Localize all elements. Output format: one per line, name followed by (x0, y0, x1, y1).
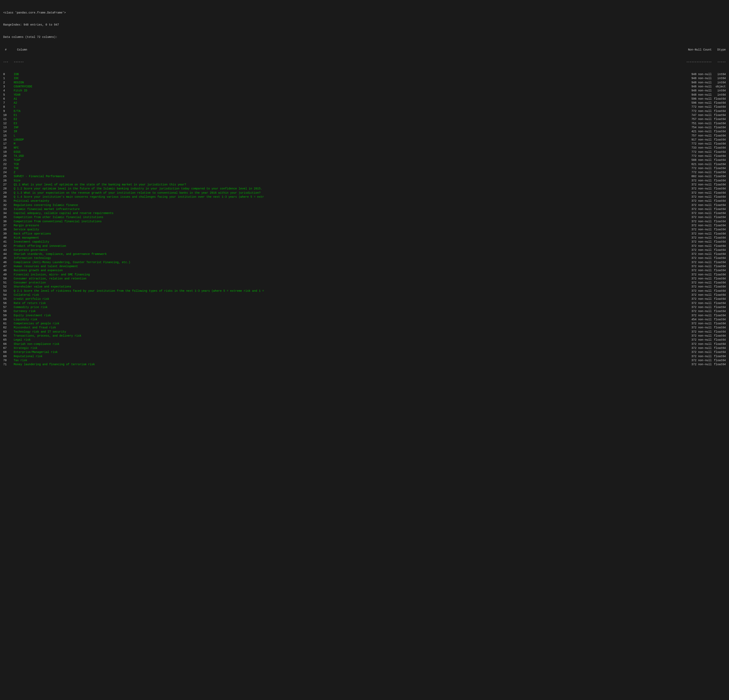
non-null-count: 372 non-null (671, 256, 712, 260)
row-number: 51 (3, 281, 14, 285)
row-number: 24 (3, 170, 14, 174)
dtype-value: object (712, 84, 726, 89)
non-null-count: 372 non-null (671, 325, 712, 330)
table-row: 3COUNTRYCODE948 non-nullobject (3, 84, 726, 89)
table-row: 35Competition from other Islamic financi… (3, 215, 726, 219)
sep-num: --- (3, 60, 14, 64)
row-number: 59 (3, 314, 14, 318)
column-name: YEAR (14, 93, 671, 97)
dtype-value: float64 (712, 215, 726, 219)
column-name: Back office operations (14, 232, 671, 236)
non-null-count: 454 non-null (671, 318, 712, 321)
dtype-value: float64 (712, 350, 726, 354)
table-row: 32Regulations concerning Islamic finance… (3, 203, 726, 207)
non-null-count: 772 non-null (671, 109, 712, 113)
table-row: 58Currency risk372 non-nullfloat64 (3, 309, 726, 313)
col-header-dtype: Dtype (712, 48, 726, 52)
table-row: 49Financial inclusion, micro- and SME fi… (3, 273, 726, 277)
column-name: E/TA (14, 109, 671, 113)
column-name: Commodity price risk (14, 305, 671, 309)
table-row: 5YEAR948 non-nullint64 (3, 93, 726, 97)
column-name: Consumer attraction, relation and retent… (14, 277, 671, 281)
non-null-count: 372 non-null (671, 305, 712, 309)
table-row: 57Commodity price risk372 non-nullfloat6… (3, 305, 726, 309)
column-name: IR (14, 129, 671, 134)
column-name: Enterprise/Managerial risk (14, 350, 671, 354)
row-number: 30 (3, 195, 14, 199)
dtype-value: float64 (712, 224, 726, 228)
column-name: Strategic risk (14, 346, 671, 350)
row-number: 60 (3, 318, 14, 321)
non-null-count: 372 non-null (671, 207, 712, 211)
table-row: 33Islamic financial market infrastructur… (3, 207, 726, 211)
table-row: 27Q1.1 What is your level of optimism on… (3, 183, 726, 187)
non-null-count: 372 non-null (671, 248, 712, 252)
row-number: 34 (3, 211, 14, 215)
table-row: 15L757 non-nullfloat64 (3, 134, 726, 138)
row-number: 69 (3, 354, 14, 358)
non-null-count: 372 non-null (671, 334, 712, 338)
non-null-count: 596 non-null (671, 101, 712, 105)
dtype-value: float64 (712, 289, 726, 293)
dtype-value: float64 (712, 142, 726, 146)
table-row: 59Equity investment risk372 non-nullfloa… (3, 314, 726, 318)
column-name: Shariah standards, compliance, and gover… (14, 252, 671, 256)
row-number: 19 (3, 150, 14, 154)
table-row: 26Size372 non-nullfloat64 (3, 179, 726, 183)
row-number: 27 (3, 183, 14, 187)
dtype-value: float64 (712, 101, 726, 105)
dtype-value: float64 (712, 207, 726, 211)
column-name: Competencies of people risk (14, 321, 671, 325)
row-number: 54 (3, 293, 14, 297)
column-name: Tax risk (14, 358, 671, 362)
dtype-value: int64 (712, 81, 726, 84)
table-row: 17M772 non-nullfloat64 (3, 142, 726, 146)
non-null-count: 372 non-null (671, 289, 712, 293)
non-null-count: 372 non-null (671, 346, 712, 350)
dtype-value: float64 (712, 358, 726, 362)
column-name: Shariah non-compliance risk (14, 342, 671, 346)
row-number: 62 (3, 325, 14, 330)
column-name: M (14, 142, 671, 146)
dtype-value: float64 (712, 338, 726, 342)
row-number: 44 (3, 252, 14, 256)
table-row: 10E1747 non-nullfloat64 (3, 113, 726, 117)
dtype-value: float64 (712, 183, 726, 187)
row-number: 26 (3, 179, 14, 183)
rows-container: 0IDB948 non-nullint641IDC948 non-nullint… (3, 72, 726, 366)
column-name: Islamic financial market infrastructure (14, 207, 671, 211)
non-null-count: 372 non-null (671, 362, 712, 366)
dtype-value: float64 (712, 158, 726, 162)
table-row: 36Competition from conventional financia… (3, 219, 726, 224)
col-header-row: # Column Non-Null Count Dtype (3, 47, 726, 52)
table-row: 54Collateral risk372 non-nullfloat64 (3, 293, 726, 297)
column-name: Credit portfolio risk (14, 297, 671, 301)
dtype-value: float64 (712, 260, 726, 264)
sep-name: ------ (14, 60, 671, 64)
non-null-count: 372 non-null (671, 215, 712, 219)
table-row: 14IR421 non-nullfloat64 (3, 129, 726, 134)
column-name: Q 1.4 Score your institution's main conc… (14, 195, 671, 199)
non-null-count: 372 non-null (671, 232, 712, 236)
non-null-count: 372 non-null (671, 358, 712, 362)
column-name: Consumer protection (14, 281, 671, 285)
column-name: Political uncertainty (14, 199, 671, 203)
non-null-count: 372 non-null (671, 260, 712, 264)
column-name: E3 (14, 121, 671, 125)
dtype-value: float64 (712, 346, 726, 350)
table-row: 6A1596 non-nullfloat64 (3, 97, 726, 101)
table-row: 24Z772 non-nullfloat64 (3, 170, 726, 174)
row-number: 48 (3, 269, 14, 272)
table-row: 61Competencies of people risk372 non-nul… (3, 321, 726, 325)
column-name: NFC (14, 146, 671, 150)
dtype-value: float64 (712, 121, 726, 125)
column-name: Financial inclusion, micro- and SME fina… (14, 273, 671, 277)
non-null-count: 772 non-null (671, 150, 712, 154)
non-null-count: 372 non-null (671, 330, 712, 334)
col-header-nonnull: Non-Null Count (671, 48, 712, 52)
dtype-value: float64 (712, 269, 726, 272)
column-name: Business growth and expansion (14, 269, 671, 272)
column-name: Money laundering and financing of terror… (14, 362, 671, 366)
table-row: 63Technology risk and IT security372 non… (3, 330, 726, 334)
table-row: 0IDB948 non-nullint64 (3, 72, 726, 76)
